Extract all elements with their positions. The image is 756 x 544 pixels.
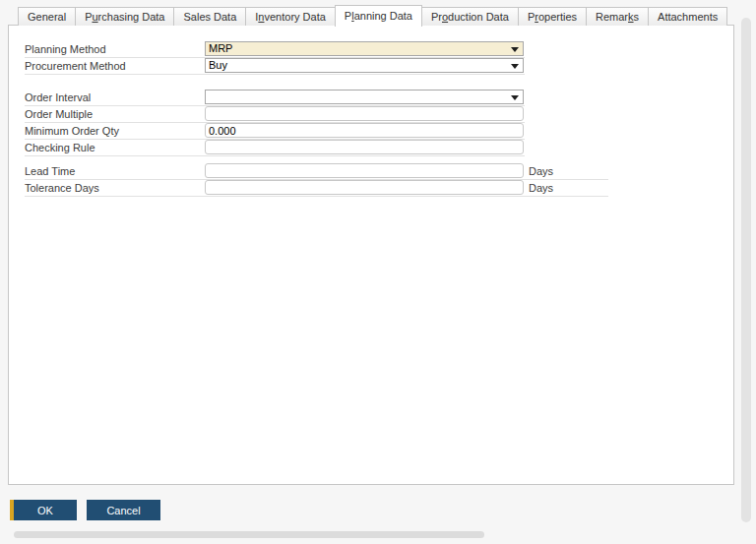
form-row-order-multiple: Order Multiple <box>25 106 525 123</box>
form-row-planning-method: Planning Method MRP <box>25 41 525 58</box>
form-group-spacer <box>25 156 608 163</box>
tab-planning-data[interactable]: Planning Data <box>335 5 422 27</box>
order-interval-dropdown[interactable] <box>205 90 524 104</box>
tab-bar: GeneralPurchasing DataSales DataInventor… <box>18 5 727 26</box>
planning-method-value: MRP <box>209 42 232 54</box>
tab-sales-data[interactable]: Sales Data <box>173 7 246 26</box>
form-row-minimum-order-qty: Minimum Order Qty <box>25 123 525 140</box>
ok-button[interactable]: OK <box>10 500 77 520</box>
order-multiple-input[interactable] <box>205 106 524 121</box>
procurement-method-value: Buy <box>209 59 227 71</box>
minimum-order-qty-input[interactable] <box>205 123 524 138</box>
tolerance-days-input[interactable] <box>205 180 524 195</box>
lead-time-label: Lead Time <box>25 165 75 177</box>
cancel-button[interactable]: Cancel <box>87 500 160 520</box>
minimum-order-qty-label: Minimum Order Qty <box>25 125 119 137</box>
tolerance-days-label: Tolerance Days <box>25 182 99 194</box>
lead-time-unit-label: Days <box>529 165 553 177</box>
chevron-down-icon <box>511 64 519 69</box>
horizontal-scrollbar[interactable] <box>14 531 484 538</box>
tab-purchasing-data[interactable]: Purchasing Data <box>75 7 174 26</box>
procurement-method-label: Procurement Method <box>25 60 126 72</box>
order-interval-label: Order Interval <box>25 91 91 103</box>
tolerance-days-unit-label: Days <box>529 182 553 194</box>
lead-time-input[interactable] <box>205 163 524 178</box>
planning-form: Planning Method MRP Procurement Method B… <box>25 41 608 197</box>
form-row-procurement-method: Procurement Method Buy <box>25 58 525 75</box>
checking-rule-label: Checking Rule <box>25 142 95 153</box>
order-multiple-label: Order Multiple <box>25 108 93 120</box>
form-row-lead-time: Lead Time Days <box>25 163 608 180</box>
tab-properties[interactable]: Properties <box>518 7 587 26</box>
tab-remarks[interactable]: Remarks <box>586 7 649 26</box>
vertical-scrollbar[interactable] <box>741 18 751 522</box>
tab-production-data[interactable]: Production Data <box>421 7 519 26</box>
checking-rule-input[interactable] <box>205 140 524 154</box>
planning-method-label: Planning Method <box>25 43 106 55</box>
form-row-checking-rule: Checking Rule <box>25 140 525 156</box>
form-row-tolerance-days: Tolerance Days Days <box>25 180 608 197</box>
tab-general[interactable]: General <box>18 7 76 26</box>
chevron-down-icon <box>511 47 519 52</box>
planning-data-panel: Planning Method MRP Procurement Method B… <box>8 25 734 485</box>
tab-attachments[interactable]: Attachments <box>648 7 727 26</box>
procurement-method-dropdown[interactable]: Buy <box>205 58 524 73</box>
planning-method-dropdown[interactable]: MRP <box>205 41 524 56</box>
tab-inventory-data[interactable]: Inventory Data <box>245 7 336 26</box>
form-group-spacer <box>25 75 608 90</box>
chevron-down-icon <box>511 95 519 100</box>
form-row-order-interval: Order Interval <box>25 90 525 106</box>
